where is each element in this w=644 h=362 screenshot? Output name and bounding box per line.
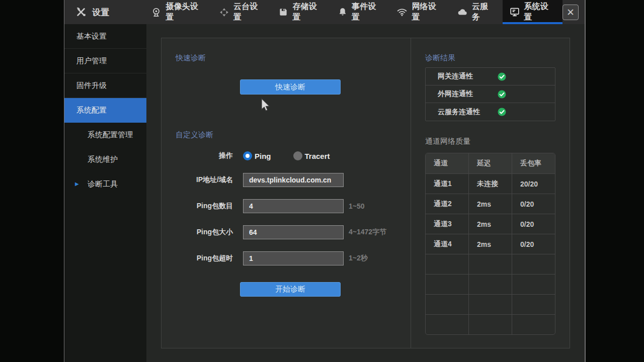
sidebar-item-user-management[interactable]: 用户管理 — [64, 49, 146, 73]
sidebar-subitem-label: 系统配置管理 — [88, 130, 133, 139]
latency-cell: 未连接 — [469, 174, 512, 194]
latency-cell — [469, 295, 512, 314]
tab-system-settings[interactable]: 系统设置 — [503, 0, 563, 24]
ptz-icon — [219, 7, 229, 18]
latency-cell: 2ms — [469, 214, 512, 234]
sidebar-subitem-diagnostic-tools[interactable]: ▶ 诊断工具 — [64, 172, 146, 197]
ping-count-label: Ping包数目 — [162, 202, 233, 211]
channel-cell — [426, 254, 469, 274]
result-label: 网关连通性 — [438, 72, 473, 81]
packet-loss-cell — [512, 315, 555, 334]
column-header-latency: 延迟 — [469, 153, 512, 173]
start-diagnose-button[interactable]: 开始诊断 — [240, 282, 341, 297]
bell-icon — [338, 7, 348, 17]
channel-quality-table: 通道 延迟 丢包率 通道1 未连接 20/20 通道2 2ms 0/20 — [425, 153, 555, 335]
storage-icon — [278, 7, 288, 17]
tab-storage-settings[interactable]: 存储设置 — [272, 0, 331, 24]
channel-table-row — [426, 294, 555, 314]
packet-loss-cell — [512, 275, 555, 294]
ping-size-label: Ping包大小 — [162, 228, 233, 237]
column-header-packet-loss: 丢包率 — [512, 153, 555, 173]
column-header-channel: 通道 — [426, 153, 469, 173]
mouse-cursor — [260, 98, 271, 115]
sidebar: 基本设置 用户管理 固件升级 系统配置 系统配置管理 系统维护 ▶ 诊断工具 — [64, 24, 146, 362]
channel-table-header: 通道 延迟 丢包率 — [426, 153, 555, 173]
diagnosis-results-heading: 诊断结果 — [425, 53, 455, 63]
close-button[interactable]: ✕ — [562, 5, 579, 20]
result-label: 外网连通性 — [438, 89, 473, 99]
sidebar-item-label: 系统配置 — [76, 106, 107, 114]
packet-loss-cell: 20/20 — [512, 174, 555, 194]
sidebar-item-firmware-upgrade[interactable]: 固件升级 — [64, 73, 146, 98]
tab-label: 事件设置 — [352, 2, 384, 23]
packet-loss-cell — [512, 295, 555, 314]
operation-row: 操作 Ping Tracert — [162, 149, 410, 163]
channel-cell: 通道4 — [426, 234, 469, 254]
success-check-icon — [498, 72, 506, 83]
result-row: 云服务连通性 — [426, 103, 555, 121]
sidebar-subitem-label: 系统维护 — [88, 155, 118, 163]
top-bar: 设置 摄像头设置 — [64, 0, 585, 24]
top-nav: 摄像头设置 云台设置 — [144, 0, 562, 24]
quick-diagnose-button[interactable]: 快速诊断 — [240, 79, 341, 95]
cloud-icon — [457, 7, 468, 18]
result-row: 外网连通性 — [426, 85, 555, 103]
channel-cell — [426, 295, 469, 314]
radio-option-tracert[interactable]: Tracert — [293, 151, 330, 160]
sidebar-subitem-config-management[interactable]: 系统配置管理 — [64, 123, 146, 147]
channel-quality-heading: 通道网络质量 — [425, 137, 470, 146]
sidebar-item-label: 基本设置 — [76, 32, 107, 40]
channel-cell — [426, 275, 469, 294]
latency-cell — [469, 315, 512, 334]
tab-cloud-service[interactable]: 云服务 — [450, 0, 503, 24]
ping-count-hint: 1~50 — [349, 202, 365, 210]
operation-radio-group: Ping Tracert — [243, 151, 330, 160]
settings-window: 设置 摄像头设置 — [64, 0, 586, 362]
sidebar-subitem-label: 诊断工具 — [88, 179, 118, 188]
latency-cell — [469, 275, 512, 294]
channel-table-row: 通道3 2ms 0/20 — [426, 214, 555, 234]
ip-domain-row: IP地址/域名 — [162, 173, 410, 187]
ip-domain-label: IP地址/域名 — [162, 175, 233, 185]
tab-ptz-settings[interactable]: 云台设置 — [212, 0, 272, 24]
channel-table-body: 通道1 未连接 20/20 通道2 2ms 0/20 通道3 2ms 0/20 — [426, 173, 555, 334]
success-check-icon — [498, 90, 506, 101]
ping-timeout-input[interactable] — [243, 251, 344, 265]
ping-size-row: Ping包大小 4~1472字节 — [162, 225, 410, 239]
channel-table-row — [426, 314, 555, 334]
channel-table-row: 通道1 未连接 20/20 — [426, 173, 555, 194]
sidebar-item-label: 用户管理 — [76, 56, 107, 65]
ping-count-input[interactable] — [243, 199, 344, 213]
radio-option-ping[interactable]: Ping — [243, 151, 271, 160]
panel-divider — [411, 38, 411, 348]
sidebar-item-system-config[interactable]: 系统配置 — [64, 98, 146, 123]
app-title: 设置 — [64, 0, 144, 24]
ping-timeout-label: Ping包超时 — [162, 254, 233, 263]
tab-network-settings[interactable]: 网络设置 — [390, 0, 450, 24]
sidebar-subitem-system-maintenance[interactable]: 系统维护 — [64, 147, 146, 172]
ping-count-row: Ping包数目 1~50 — [162, 199, 410, 213]
channel-table-row — [426, 274, 555, 294]
latency-cell — [469, 254, 512, 274]
operation-label: 操作 — [162, 151, 233, 160]
tab-event-settings[interactable]: 事件设置 — [331, 0, 390, 24]
radio-selected-icon[interactable] — [243, 151, 252, 160]
channel-cell — [426, 315, 469, 334]
tab-label: 存储设置 — [292, 2, 325, 23]
app-title-label: 设置 — [92, 7, 109, 18]
quick-diagnosis-heading: 快速诊断 — [176, 53, 206, 63]
ip-domain-input[interactable] — [243, 173, 344, 187]
success-check-icon — [498, 108, 506, 118]
packet-loss-cell: 0/20 — [512, 214, 555, 234]
tools-icon — [75, 7, 87, 18]
channel-cell: 通道2 — [426, 194, 469, 214]
ping-size-input[interactable] — [243, 225, 344, 239]
start-diagnose-button-label: 开始诊断 — [275, 285, 305, 294]
radio-unselected-icon[interactable] — [293, 151, 302, 160]
result-label: 云服务连通性 — [438, 108, 480, 117]
radio-label: Ping — [255, 152, 271, 160]
channel-cell: 通道3 — [426, 214, 469, 234]
tab-camera-settings[interactable]: 摄像头设置 — [144, 0, 212, 24]
ping-timeout-row: Ping包超时 1~2秒 — [162, 251, 410, 265]
sidebar-item-basic-settings[interactable]: 基本设置 — [64, 24, 146, 49]
